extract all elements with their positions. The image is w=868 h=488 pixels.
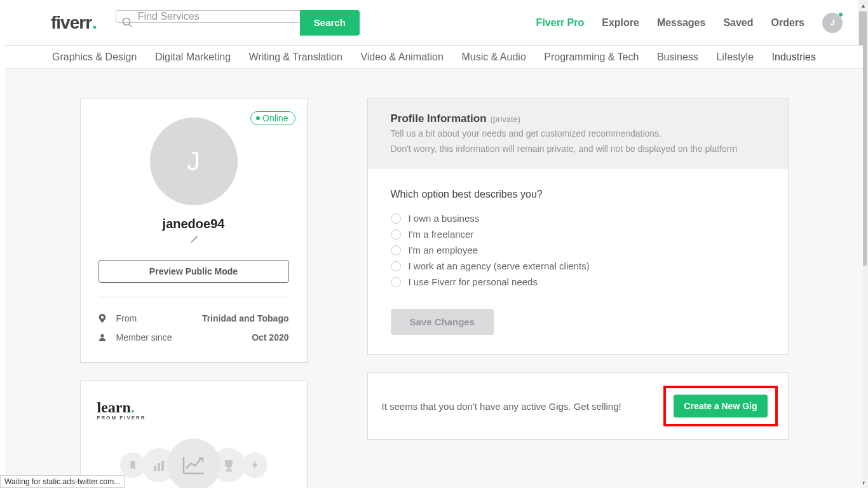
avatar-big-initial: J: [187, 146, 200, 177]
online-dot-icon: [838, 12, 843, 17]
member-since-row: Member since Oct 2020: [98, 328, 289, 347]
option-label: I'm an employee: [409, 245, 478, 255]
option-freelancer[interactable]: I'm a freelancer: [391, 226, 765, 242]
cat-business[interactable]: Business: [657, 51, 698, 63]
option-label: I work at an agency (serve external clie…: [409, 261, 590, 271]
option-label: I use Fiverr for personal needs: [409, 276, 538, 287]
no-gigs-text: It seems that you don't have any active …: [382, 401, 621, 412]
avatar-initial: J: [830, 18, 834, 27]
header: fiverr. Search Fiverr Pro Explore Messag…: [5, 0, 863, 46]
radio-icon: [391, 229, 401, 240]
learn-logo-dot: .: [131, 399, 135, 416]
cat-industries[interactable]: Industries: [772, 51, 816, 63]
search-icon: [122, 17, 132, 27]
private-tag: (private): [491, 114, 521, 124]
cat-digital-marketing[interactable]: Digital Marketing: [155, 51, 231, 63]
nav-messages[interactable]: Messages: [657, 17, 706, 29]
svg-rect-3: [154, 466, 156, 471]
learn-logo: learn.: [97, 399, 290, 416]
user-icon: [98, 333, 109, 342]
cat-video-animation[interactable]: Video & Animation: [360, 51, 443, 63]
online-badge-text: Online: [262, 113, 288, 123]
avatar-menu[interactable]: J: [822, 13, 843, 33]
radio-icon: [391, 277, 401, 287]
edit-icon[interactable]: [98, 235, 289, 246]
member-since-label: Member since: [116, 332, 172, 342]
svg-rect-7: [226, 470, 232, 471]
svg-point-2: [100, 334, 104, 337]
learn-badges: [97, 438, 290, 488]
location-icon: [98, 314, 109, 323]
search-button[interactable]: Search: [300, 10, 360, 36]
profile-info-body: Which option best describes you? I own a…: [367, 168, 789, 355]
nav-orders[interactable]: Orders: [771, 17, 804, 29]
cat-writing-translation[interactable]: Writing & Translation: [249, 51, 342, 63]
avatar-big[interactable]: J: [150, 118, 238, 205]
profile-card: Online J janedoe94 Preview Public Mode: [80, 98, 308, 363]
create-new-gig-button[interactable]: Create a New Gig: [674, 395, 767, 417]
divider: [98, 297, 289, 297]
nav-fiverr-pro[interactable]: Fiverr Pro: [536, 17, 585, 29]
logo-text: fiverr: [51, 13, 92, 33]
preview-public-mode-button[interactable]: Preview Public Mode: [98, 260, 289, 283]
logo[interactable]: fiverr.: [51, 13, 97, 33]
option-employee[interactable]: I'm an employee: [391, 242, 765, 258]
profile-info-desc-2: Don't worry, this information will remai…: [391, 143, 765, 156]
option-own-business[interactable]: I own a business: [391, 210, 765, 226]
from-value: Trinidad and Tobago: [202, 313, 289, 323]
radio-icon: [391, 245, 401, 255]
highlight-box: Create a New Gig: [663, 386, 777, 426]
member-since-value: Oct 2020: [252, 332, 288, 342]
gigs-card: It seems that you don't have any active …: [367, 372, 789, 440]
learn-subtitle: FROM FIVERR: [97, 415, 290, 421]
learn-logo-text: learn: [97, 399, 131, 416]
save-changes-button[interactable]: Save Changes: [391, 309, 494, 335]
svg-rect-5: [161, 461, 164, 471]
profile-info-title: Profile Information: [391, 112, 487, 125]
from-row: From Trinidad and Tobago: [98, 309, 289, 328]
profile-info-header: Profile Information (private) Tell us a …: [367, 98, 789, 168]
online-badge: Online: [250, 111, 295, 125]
option-label: I'm a freelancer: [409, 229, 474, 240]
browser-status-bar: Waiting for static.ads-twitter.com...: [0, 475, 125, 488]
svg-rect-6: [227, 468, 231, 470]
cat-graphics-design[interactable]: Graphics & Design: [52, 51, 137, 63]
learn-card: learn. FROM FIVERR: [80, 381, 308, 488]
profile-question: Which option best describes you?: [391, 189, 765, 200]
cat-lifestyle[interactable]: Lifestyle: [716, 51, 754, 63]
cat-programming-tech[interactable]: Programming & Tech: [544, 51, 639, 63]
search-box: Search: [116, 10, 360, 36]
header-nav: Fiverr Pro Explore Messages Saved Orders…: [536, 13, 843, 33]
category-nav: Graphics & Design Digital Marketing Writ…: [5, 46, 863, 69]
radio-icon: [391, 214, 401, 224]
option-label: I own a business: [409, 213, 480, 224]
cat-music-audio[interactable]: Music & Audio: [461, 51, 526, 63]
badge-bolt-icon: [242, 452, 268, 478]
username: janedoe94: [98, 217, 289, 231]
svg-line-1: [129, 24, 132, 27]
svg-point-0: [123, 18, 130, 25]
radio-icon: [391, 261, 401, 271]
badge-chart-icon: [167, 438, 220, 488]
nav-explore[interactable]: Explore: [602, 17, 639, 29]
option-personal[interactable]: I use Fiverr for personal needs: [391, 274, 765, 290]
profile-info-desc-1: Tell us a bit about your needs and get c…: [391, 128, 765, 140]
search-input[interactable]: [116, 10, 300, 23]
option-agency[interactable]: I work at an agency (serve external clie…: [391, 258, 765, 274]
from-label: From: [116, 313, 137, 323]
nav-saved[interactable]: Saved: [723, 17, 753, 29]
svg-rect-4: [158, 463, 160, 471]
